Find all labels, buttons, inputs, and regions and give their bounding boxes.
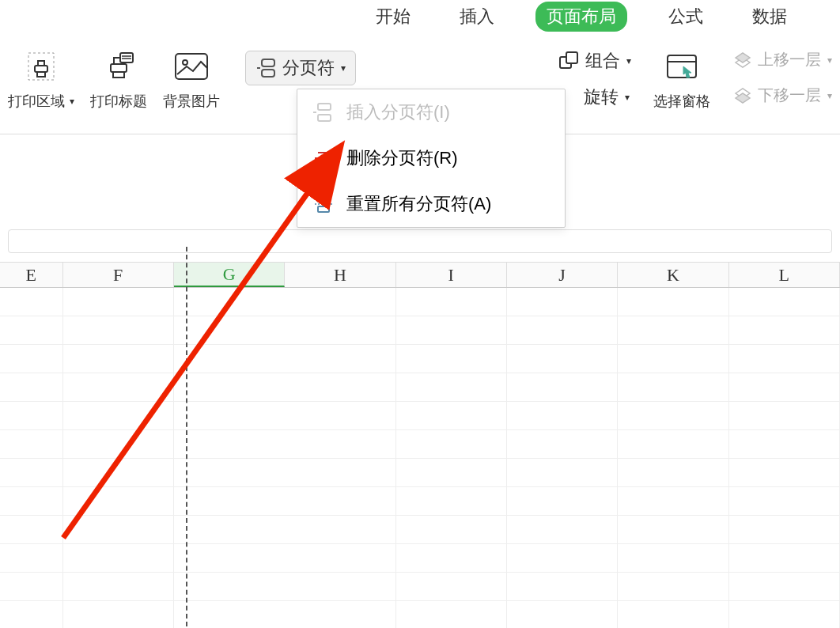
grid-cell[interactable] — [285, 316, 395, 345]
grid-cell[interactable] — [174, 430, 285, 459]
grid-cell[interactable] — [0, 544, 63, 573]
grid-cell[interactable] — [63, 373, 174, 402]
grid-cell[interactable] — [507, 601, 618, 628]
grid-cell[interactable] — [174, 601, 285, 628]
grid-cell[interactable] — [174, 459, 285, 487]
grid-cell[interactable] — [729, 487, 840, 516]
col-header-L[interactable]: L — [729, 263, 840, 287]
grid-cell[interactable] — [396, 288, 507, 316]
grid-cell[interactable] — [507, 402, 618, 430]
tab-data[interactable]: 数据 — [744, 2, 795, 32]
grid-cell[interactable] — [618, 430, 728, 459]
spreadsheet-grid[interactable] — [0, 288, 840, 628]
grid-cell[interactable] — [174, 516, 285, 544]
group-button[interactable]: 组合 ▾ — [558, 49, 631, 73]
grid-cell[interactable] — [174, 288, 285, 316]
grid-cell[interactable] — [0, 288, 63, 316]
grid-cell[interactable] — [0, 459, 63, 487]
grid-cell[interactable] — [0, 402, 63, 430]
grid-cell[interactable] — [285, 459, 395, 487]
grid-cell[interactable] — [285, 402, 395, 430]
col-header-F[interactable]: F — [63, 263, 174, 287]
tab-page-layout[interactable]: 页面布局 — [535, 2, 627, 32]
col-header-I[interactable]: I — [396, 263, 507, 287]
grid-cell[interactable] — [396, 601, 507, 628]
grid-cell[interactable] — [0, 601, 63, 628]
col-header-E[interactable]: E — [0, 263, 63, 287]
grid-cell[interactable] — [507, 373, 618, 402]
grid-cell[interactable] — [0, 430, 63, 459]
grid-cell[interactable] — [507, 316, 618, 345]
grid-cell[interactable] — [0, 573, 63, 601]
grid-cell[interactable] — [729, 573, 840, 601]
grid-cell[interactable] — [618, 402, 728, 430]
grid-cell[interactable] — [396, 345, 507, 373]
tab-start[interactable]: 开始 — [368, 2, 418, 32]
grid-cell[interactable] — [729, 345, 840, 373]
grid-cell[interactable] — [174, 573, 285, 601]
formula-input[interactable] — [8, 229, 832, 253]
grid-cell[interactable] — [507, 345, 618, 373]
grid-cell[interactable] — [285, 601, 395, 628]
grid-cell[interactable] — [618, 373, 728, 402]
tab-formula[interactable]: 公式 — [660, 2, 711, 32]
grid-cell[interactable] — [729, 459, 840, 487]
grid-cell[interactable] — [507, 430, 618, 459]
grid-cell[interactable] — [618, 516, 728, 544]
grid-cell[interactable] — [507, 516, 618, 544]
grid-cell[interactable] — [396, 402, 507, 430]
grid-cell[interactable] — [396, 516, 507, 544]
menu-reset-breaks[interactable]: 重置所有分页符(A) — [297, 181, 565, 227]
grid-cell[interactable] — [63, 288, 174, 316]
grid-cell[interactable] — [285, 430, 395, 459]
grid-cell[interactable] — [285, 573, 395, 601]
col-header-J[interactable]: J — [507, 263, 618, 287]
grid-cell[interactable] — [285, 288, 395, 316]
grid-cell[interactable] — [174, 487, 285, 516]
grid-cell[interactable] — [63, 402, 174, 430]
grid-cell[interactable] — [174, 316, 285, 345]
grid-cell[interactable] — [507, 459, 618, 487]
grid-cell[interactable] — [285, 487, 395, 516]
grid-cell[interactable] — [618, 459, 728, 487]
grid-cell[interactable] — [63, 516, 174, 544]
grid-cell[interactable] — [729, 430, 840, 459]
grid-cell[interactable] — [285, 516, 395, 544]
col-header-H[interactable]: H — [285, 263, 395, 287]
grid-cell[interactable] — [729, 402, 840, 430]
grid-cell[interactable] — [0, 373, 63, 402]
grid-cell[interactable] — [396, 459, 507, 487]
grid-cell[interactable] — [507, 573, 618, 601]
grid-cell[interactable] — [0, 487, 63, 516]
grid-cell[interactable] — [396, 373, 507, 402]
grid-cell[interactable] — [285, 345, 395, 373]
print-titles-button[interactable]: 打印标题 — [90, 49, 147, 111]
grid-cell[interactable] — [63, 316, 174, 345]
background-button[interactable]: 背景图片 — [163, 49, 220, 111]
grid-cell[interactable] — [285, 373, 395, 402]
grid-cell[interactable] — [618, 487, 728, 516]
grid-cell[interactable] — [729, 544, 840, 573]
grid-cell[interactable] — [63, 430, 174, 459]
grid-cell[interactable] — [174, 544, 285, 573]
page-break-dropdown-button[interactable]: 分页符 ▾ — [245, 51, 356, 85]
grid-cell[interactable] — [63, 487, 174, 516]
tab-insert[interactable]: 插入 — [452, 2, 502, 32]
grid-cell[interactable] — [618, 544, 728, 573]
grid-cell[interactable] — [63, 601, 174, 628]
grid-cell[interactable] — [507, 288, 618, 316]
grid-cell[interactable] — [63, 573, 174, 601]
col-header-K[interactable]: K — [618, 263, 728, 287]
col-header-G[interactable]: G — [174, 263, 285, 287]
grid-cell[interactable] — [396, 487, 507, 516]
grid-cell[interactable] — [618, 573, 728, 601]
grid-cell[interactable] — [63, 345, 174, 373]
grid-cell[interactable] — [0, 345, 63, 373]
grid-cell[interactable] — [63, 459, 174, 487]
grid-cell[interactable] — [729, 373, 840, 402]
grid-cell[interactable] — [618, 288, 728, 316]
grid-cell[interactable] — [174, 402, 285, 430]
grid-cell[interactable] — [285, 544, 395, 573]
grid-cell[interactable] — [618, 345, 728, 373]
grid-cell[interactable] — [729, 288, 840, 316]
